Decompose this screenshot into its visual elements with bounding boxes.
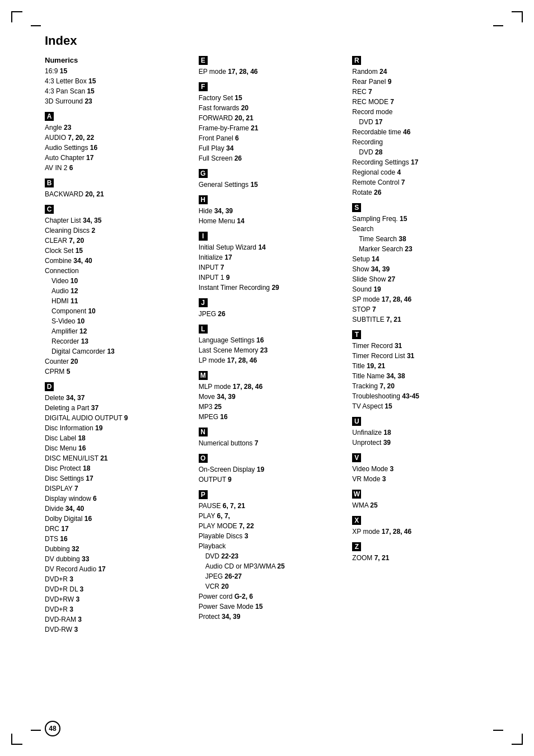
- entry-dvdplusrdl: DVD+R DL 3: [45, 584, 188, 594]
- section-d: D Delete 34, 37 Deleting a Part 37 DIGIT…: [45, 382, 188, 635]
- entry-backward: BACKWARD 20, 21: [45, 189, 188, 199]
- letter-x: X: [352, 516, 361, 525]
- entry-mpeg: MPEG 16: [199, 412, 341, 422]
- entry-disc-menu: Disc Menu 16: [45, 443, 188, 453]
- section-f: F Factory Set 15 Fast forwards 20 FORWAR…: [199, 82, 341, 163]
- entry-time-search: Time Search 38: [352, 234, 495, 244]
- entry-instant-timer-recording: Instant Timer Recording 29: [199, 283, 341, 293]
- section-p: P PAUSE 6, 7, 21 PLAY 6, 7, PLAY MODE 7,…: [199, 490, 341, 622]
- entry-initial-setup-wizard: Initial Setup Wizard 14: [199, 242, 341, 252]
- entry-full-screen: Full Screen 26: [199, 153, 341, 163]
- letter-d: D: [45, 382, 54, 391]
- entry-lp-mode: LP mode 17, 28, 46: [199, 355, 341, 365]
- entry-vcr-playback: VCR 20: [199, 581, 341, 591]
- entry-vr-mode: VR Mode 3: [352, 474, 495, 484]
- entry-audio: AUDIO 7, 20, 22: [45, 133, 188, 143]
- entry-home-menu: Home Menu 14: [199, 216, 341, 226]
- section-b: B BACKWARD 20, 21: [45, 179, 188, 199]
- entry-cleaning-discs: Cleaning Discs 2: [45, 226, 188, 236]
- entry-rec-mode: REC MODE 7: [352, 97, 495, 107]
- entry-play: PLAY 6, 7,: [199, 511, 341, 521]
- letter-z: Z: [352, 542, 361, 551]
- letter-m: M: [199, 371, 208, 380]
- section-numerics: Numerics 16:9 15 4:3 Letter Box 15 4:3 P…: [45, 56, 188, 106]
- entry-digital-audio: DIGITAL AUDIO OUTPUT 9: [45, 413, 188, 423]
- letter-i: I: [199, 232, 208, 241]
- entry-recording: Recording: [352, 137, 495, 147]
- letter-p: P: [199, 490, 208, 499]
- section-l: L Language Settings 16 Last Scene Memory…: [199, 325, 341, 365]
- entry-playback: Playback: [199, 541, 341, 551]
- entry-component: Component 10: [45, 306, 188, 316]
- section-s: S Sampling Freq. 15 Search Time Search 3…: [352, 203, 495, 325]
- entry-disc-menu-list: DISC MENU/LIST 21: [45, 453, 188, 463]
- letter-o: O: [199, 454, 208, 463]
- entry-forward: FORWARD 20, 21: [199, 113, 341, 123]
- entry-disc-settings: Disc Settings 17: [45, 473, 188, 483]
- column-1: Numerics 16:9 15 4:3 Letter Box 15 4:3 P…: [45, 56, 188, 640]
- entry-stop: STOP 7: [352, 304, 495, 314]
- section-z: Z ZOOM 7, 21: [352, 542, 495, 563]
- side-mark-right-top: [493, 25, 503, 26]
- entry-initialize: Initialize 17: [199, 252, 341, 262]
- corner-mark-bl: [11, 734, 22, 745]
- entry-marker-search: Marker Search 23: [352, 244, 495, 254]
- letter-r: R: [352, 56, 361, 65]
- entry-record-mode: Record mode: [352, 107, 495, 117]
- entry-title-name: Title Name 34, 38: [352, 371, 495, 381]
- entry-pause: PAUSE 6, 7, 21: [199, 501, 341, 511]
- entry-on-screen-display: On-Screen Display 19: [199, 464, 341, 475]
- entry-display: DISPLAY 7: [45, 483, 188, 494]
- entry-power-cord: Power cord G-2, 6: [199, 591, 341, 602]
- entry-front-panel: Front Panel 6: [199, 133, 341, 143]
- entry-move: Move 34, 39: [199, 392, 341, 402]
- entry-dvdr: DVD+R 3: [45, 604, 188, 614]
- letter-b: B: [45, 179, 54, 187]
- corner-mark-tr: [512, 11, 523, 22]
- entry-dubbing: Dubbing 32: [45, 544, 188, 554]
- entry-subtitle: SUBTITLE 7, 21: [352, 314, 495, 325]
- entry-169: 16:9 15: [45, 66, 188, 76]
- entry-input: INPUT 7: [199, 262, 341, 273]
- entry-audio-settings: Audio Settings 16: [45, 143, 188, 153]
- entry-cprm: CPRM 5: [45, 367, 188, 377]
- entry-display-window: Display window 6: [45, 494, 188, 504]
- entry-video: Video 10: [45, 276, 188, 286]
- section-e: E EP mode 17, 28, 46: [199, 56, 341, 77]
- entry-recordable-time: Recordable time 46: [352, 127, 495, 137]
- page-number: 48: [45, 721, 60, 736]
- entry-ep-mode: EP mode 17, 28, 46: [199, 67, 341, 77]
- entry-troubleshooting: Troubleshooting 43-45: [352, 391, 495, 401]
- entry-angle: Angle 23: [45, 123, 188, 133]
- section-h: H Hide 34, 39 Home Menu 14: [199, 195, 341, 226]
- section-r: R Random 24 Rear Panel 9 REC 7 REC MODE …: [352, 56, 495, 198]
- entry-input1: INPUT 1 9: [199, 273, 341, 283]
- entry-sampling-freq: Sampling Freq. 15: [352, 214, 495, 224]
- section-o: O On-Screen Display 19 OUTPUT 9: [199, 454, 341, 485]
- section-x: X XP mode 17, 28, 46: [352, 516, 495, 537]
- entry-dolby-digital: Dolby Digital 16: [45, 514, 188, 524]
- entry-disc-info: Disc Information 19: [45, 423, 188, 433]
- entry-rec: REC 7: [352, 87, 495, 97]
- entry-zoom: ZOOM 7, 21: [352, 553, 495, 563]
- letter-c: C: [45, 205, 54, 214]
- corner-mark-br: [512, 734, 523, 745]
- section-i: I Initial Setup Wizard 14 Initialize 17 …: [199, 232, 341, 293]
- entry-title: Title 19, 21: [352, 361, 495, 371]
- entry-dvdram: DVD-RAM 3: [45, 614, 188, 624]
- entry-mlp-mode: MLP mode 17, 28, 46: [199, 382, 341, 392]
- entry-connection: Connection: [45, 266, 188, 276]
- entry-protect: Protect 34, 39: [199, 612, 341, 622]
- entry-dvdplusr: DVD+R 3: [45, 574, 188, 584]
- entry-audio-cd-mp3: Audio CD or MP3/WMA 25: [199, 561, 341, 571]
- entry-language-settings: Language Settings 16: [199, 335, 341, 345]
- entry-regional-code: Regional code 4: [352, 167, 495, 177]
- letter-t: T: [352, 330, 361, 339]
- section-header-numerics: Numerics: [45, 56, 188, 64]
- letter-w: W: [352, 490, 361, 499]
- side-mark-left-top: [31, 25, 41, 26]
- letter-a: A: [45, 112, 54, 121]
- entry-random: Random 24: [352, 67, 495, 77]
- entry-deleting-a-part: Deleting a Part 37: [45, 403, 188, 413]
- corner-mark-tl: [11, 11, 22, 22]
